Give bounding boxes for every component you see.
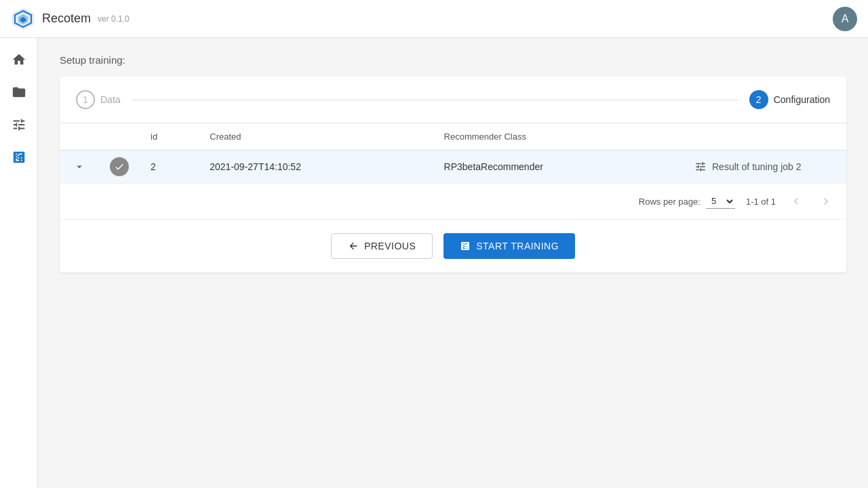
rows-per-page-select[interactable]: 5 10 25 xyxy=(706,194,735,209)
data-table: id Created Recommender Class xyxy=(60,123,846,184)
row-id: 2 xyxy=(140,150,199,184)
next-page-button[interactable] xyxy=(816,192,835,211)
sidebar-item-folder[interactable] xyxy=(5,79,33,106)
calculator-icon xyxy=(460,241,471,251)
previous-button[interactable]: PREVIOUS xyxy=(331,233,433,259)
row-created: 2021-09-27T14:10:52 xyxy=(199,150,433,184)
col-details xyxy=(684,123,846,150)
table-row: 2 2021-09-27T14:10:52 RP3betaRecommender… xyxy=(60,150,846,184)
prev-page-button[interactable] xyxy=(787,192,806,211)
row-details: Result of tuning job 2 xyxy=(684,150,846,184)
sidebar xyxy=(0,38,38,488)
pagination: Rows per page: 5 10 25 1-1 of 1 xyxy=(60,184,846,219)
setup-card: 1 Data 2 Configuration xyxy=(60,77,846,272)
sidebar-item-calculator[interactable] xyxy=(5,144,33,171)
rows-per-page: Rows per page: 5 10 25 xyxy=(639,194,735,209)
step-data: 1 Data xyxy=(76,90,121,109)
col-created: Created xyxy=(199,123,433,150)
rows-per-page-label: Rows per page: xyxy=(639,197,701,207)
col-recommender-class: Recommender Class xyxy=(433,123,684,150)
start-training-label: START TRAINING xyxy=(476,241,559,251)
step-data-circle: 1 xyxy=(76,90,95,109)
row-details-text: Result of tuning job 2 xyxy=(712,161,802,172)
filter-icon xyxy=(694,161,707,173)
arrow-left-icon xyxy=(348,241,359,251)
app-title: Recotem xyxy=(42,12,91,26)
sidebar-item-home[interactable] xyxy=(5,46,33,73)
col-id: id xyxy=(140,123,199,150)
main-content: Setup training: 1 Data 2 Configuration xyxy=(38,38,868,488)
start-training-button[interactable]: START TRAINING xyxy=(443,233,575,259)
app-version: ver 0.1.0 xyxy=(98,14,130,24)
topbar: Recotem ver 0.1.0 A xyxy=(0,0,868,38)
step-configuration-circle: 2 xyxy=(749,90,768,109)
stepper: 1 Data 2 Configuration xyxy=(60,77,846,123)
topbar-left: Recotem ver 0.1.0 xyxy=(11,7,130,31)
table-header-row: id Created Recommender Class xyxy=(60,123,846,150)
col-expand xyxy=(60,123,99,150)
previous-label: PREVIOUS xyxy=(364,241,416,251)
select-cell[interactable] xyxy=(99,150,140,184)
app-logo-icon xyxy=(11,7,35,31)
sidebar-item-tune[interactable] xyxy=(5,111,33,138)
page-title: Setup training: xyxy=(60,54,846,66)
row-recommender-class: RP3betaRecommender xyxy=(433,150,684,184)
step-data-label: Data xyxy=(100,94,121,105)
step-configuration: 2 Configuration xyxy=(749,90,830,109)
step-connector xyxy=(132,100,738,100)
table-container: id Created Recommender Class xyxy=(60,123,846,184)
avatar[interactable]: A xyxy=(833,7,857,31)
row-checkbox[interactable] xyxy=(110,157,129,176)
step-configuration-label: Configuration xyxy=(774,94,830,105)
page-info: 1-1 of 1 xyxy=(746,197,776,207)
expand-button[interactable] xyxy=(71,158,88,176)
expand-cell xyxy=(60,150,99,184)
col-select xyxy=(99,123,140,150)
card-actions: PREVIOUS START TRAINING xyxy=(60,219,846,272)
